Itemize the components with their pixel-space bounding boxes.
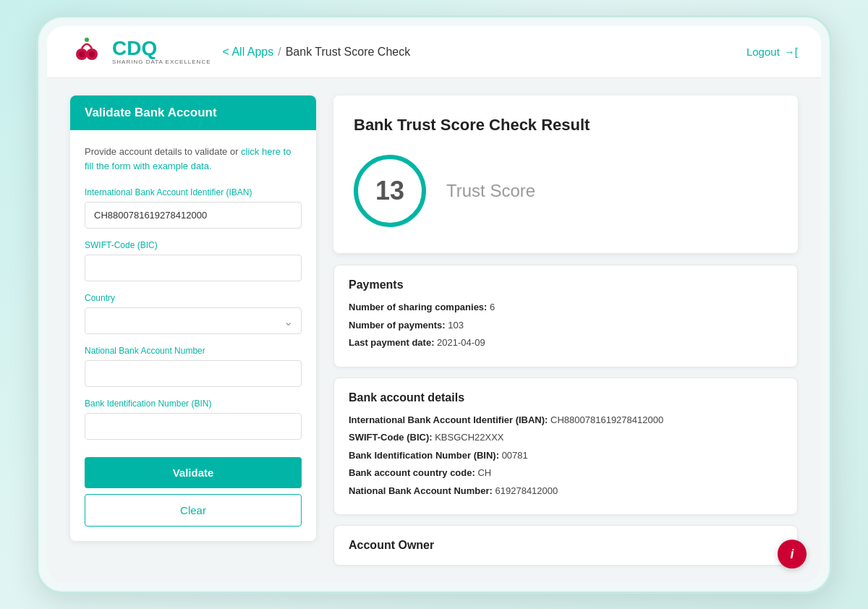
detail-iban-label: International Bank Account Identifier (I… bbox=[349, 414, 548, 425]
bank-account-details-card: Bank account details International Bank … bbox=[333, 378, 798, 516]
logo: CDQ SHARING DATA EXCELLENCE bbox=[70, 34, 211, 70]
left-panel: Validate Bank Account Provide account de… bbox=[70, 95, 316, 566]
detail-swift-label: SWIFT-Code (BIC): bbox=[349, 432, 433, 443]
detail-national-label: National Bank Account Number: bbox=[349, 485, 493, 496]
form-card: Validate Bank Account Provide account de… bbox=[70, 95, 316, 541]
bin-group: Bank Identification Number (BIN) bbox=[85, 399, 302, 440]
logout-button[interactable]: Logout →[ bbox=[746, 46, 798, 58]
detail-bin-row: Bank Identification Number (BIN): 00781 bbox=[349, 448, 783, 463]
svg-point-3 bbox=[79, 51, 85, 57]
payments-count-value: 103 bbox=[448, 320, 464, 331]
cdq-logo-icon bbox=[70, 34, 106, 70]
score-number: 13 bbox=[375, 176, 404, 206]
national-group: National Bank Account Number bbox=[85, 346, 302, 387]
validate-button[interactable]: Validate bbox=[85, 457, 302, 488]
breadcrumb-separator: / bbox=[278, 46, 281, 59]
account-owner-card: Account Owner bbox=[333, 525, 798, 566]
logo-cdq-label: CDQ bbox=[112, 38, 211, 59]
country-label: Country bbox=[85, 293, 302, 303]
breadcrumb: < All Apps / Bank Trust Score Check bbox=[223, 46, 411, 59]
form-intro: Provide account details to validate or c… bbox=[85, 145, 302, 173]
logo-text: CDQ SHARING DATA EXCELLENCE bbox=[112, 38, 211, 65]
sharing-companies-label: Number of sharing companies: bbox=[349, 302, 487, 312]
iban-label: International Bank Account Identifier (I… bbox=[85, 187, 302, 197]
trust-score-section: 13 Trust Score bbox=[354, 155, 778, 227]
svg-point-4 bbox=[89, 51, 95, 57]
result-card: Bank Trust Score Check Result 13 Trust S… bbox=[333, 95, 798, 253]
detail-country-value: CH bbox=[477, 467, 491, 478]
detail-bin-value: 00781 bbox=[502, 450, 528, 461]
iban-group: International Bank Account Identifier (I… bbox=[85, 187, 302, 229]
sharing-companies-value: 6 bbox=[490, 302, 495, 312]
score-circle: 13 bbox=[354, 155, 426, 227]
account-owner-title: Account Owner bbox=[349, 539, 783, 552]
payments-title: Payments bbox=[349, 278, 783, 291]
detail-national-value: 619278412000 bbox=[495, 485, 558, 496]
detail-bin-label: Bank Identification Number (BIN): bbox=[349, 450, 499, 461]
sharing-companies-row: Number of sharing companies: 6 bbox=[349, 300, 783, 315]
right-panel: Bank Trust Score Check Result 13 Trust S… bbox=[333, 95, 798, 566]
clear-button[interactable]: Clear bbox=[85, 494, 302, 527]
logout-icon: →[ bbox=[784, 46, 798, 58]
main-content: Validate Bank Account Provide account de… bbox=[47, 78, 821, 583]
swift-label: SWIFT-Code (BIC) bbox=[85, 240, 302, 250]
logo-tagline-label: SHARING DATA EXCELLENCE bbox=[112, 59, 211, 65]
svg-point-2 bbox=[85, 38, 89, 42]
info-fab-button[interactable]: i bbox=[778, 540, 807, 568]
country-select[interactable] bbox=[85, 307, 302, 334]
detail-swift-value: KBSGCH22XXX bbox=[435, 432, 503, 443]
bank-account-details-title: Bank account details bbox=[349, 391, 783, 404]
national-label: National Bank Account Number bbox=[85, 346, 302, 356]
last-payment-value: 2021-04-09 bbox=[437, 337, 485, 348]
detail-iban-row: International Bank Account Identifier (I… bbox=[349, 413, 783, 427]
result-title: Bank Trust Score Check Result bbox=[354, 116, 778, 135]
country-group: Country ⌄ bbox=[85, 293, 302, 334]
swift-group: SWIFT-Code (BIC) bbox=[85, 240, 302, 281]
form-header: Validate Bank Account bbox=[70, 95, 316, 130]
iban-input[interactable] bbox=[85, 202, 302, 229]
score-label: Trust Score bbox=[446, 181, 535, 201]
bin-input[interactable] bbox=[85, 413, 302, 440]
detail-iban-value: CH8800781619278412000 bbox=[550, 414, 663, 425]
form-intro-text: Provide account details to validate or bbox=[85, 146, 241, 157]
last-payment-row: Last payment date: 2021-04-09 bbox=[349, 336, 783, 350]
breadcrumb-current-page: Bank Trust Score Check bbox=[286, 46, 411, 59]
national-input[interactable] bbox=[85, 360, 302, 387]
detail-swift-row: SWIFT-Code (BIC): KBSGCH22XXX bbox=[349, 430, 783, 445]
last-payment-label: Last payment date: bbox=[349, 337, 434, 348]
payments-count-label: Number of payments: bbox=[349, 320, 446, 331]
swift-input[interactable] bbox=[85, 255, 302, 281]
detail-country-row: Bank account country code: CH bbox=[349, 466, 783, 480]
payments-count-row: Number of payments: 103 bbox=[349, 318, 783, 333]
breadcrumb-all-apps[interactable]: < All Apps bbox=[223, 46, 274, 59]
country-select-wrapper: ⌄ bbox=[85, 307, 302, 334]
logout-label: Logout bbox=[746, 46, 780, 58]
detail-national-row: National Bank Account Number: 6192784120… bbox=[349, 484, 783, 498]
payments-card: Payments Number of sharing companies: 6 … bbox=[333, 265, 798, 367]
form-title: Validate Bank Account bbox=[85, 106, 217, 119]
bin-label: Bank Identification Number (BIN) bbox=[85, 399, 302, 409]
info-icon: i bbox=[790, 547, 793, 562]
header: CDQ SHARING DATA EXCELLENCE < All Apps /… bbox=[47, 26, 821, 78]
detail-country-label: Bank account country code: bbox=[349, 467, 475, 478]
form-body: Provide account details to validate or c… bbox=[70, 130, 316, 541]
